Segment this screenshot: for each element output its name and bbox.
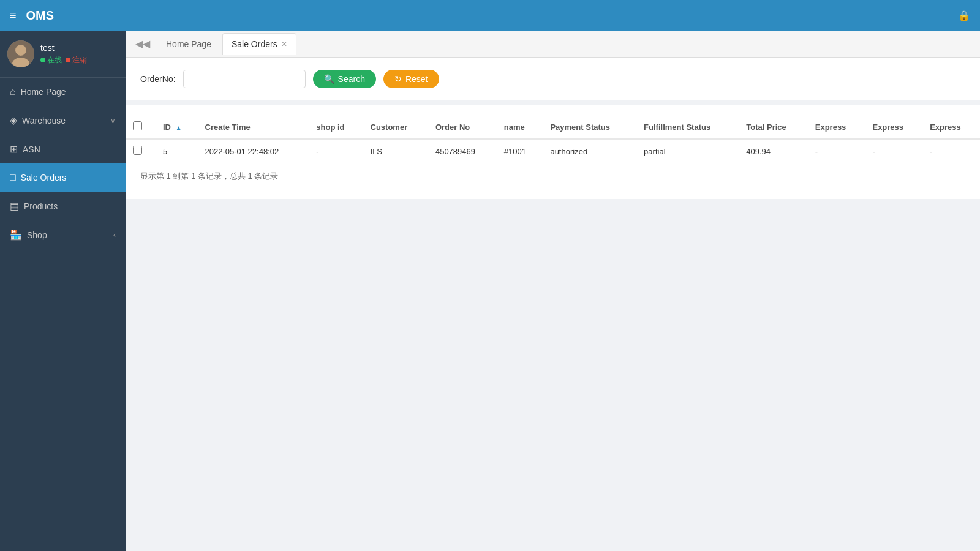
tab-home-page[interactable]: Home Page bbox=[157, 33, 220, 55]
cell-checkbox bbox=[126, 139, 156, 163]
tab-back-button[interactable]: ◀◀ bbox=[130, 34, 155, 53]
sidebar-item-warehouse[interactable]: ◈ Warehouse ∨ bbox=[0, 106, 126, 135]
tab-sale-orders[interactable]: Sale Orders ✕ bbox=[222, 33, 296, 55]
reset-icon: ↻ bbox=[394, 74, 402, 84]
col-express1: Express bbox=[808, 115, 865, 139]
tabs-bar: ◀◀ Home Page Sale Orders ✕ bbox=[126, 31, 980, 58]
status-logout[interactable]: 注销 bbox=[66, 55, 87, 66]
cell-express1: - bbox=[808, 139, 865, 163]
table-row: 5 2022-05-01 22:48:02 - ILS 450789469 #1… bbox=[126, 139, 980, 163]
sidebar-item-sale-orders[interactable]: □ Sale Orders bbox=[0, 163, 126, 192]
top-bar-left: ≡ OMS bbox=[10, 9, 54, 23]
cell-payment-status: authorized bbox=[543, 139, 636, 163]
sidebar-item-label-shop: Shop bbox=[27, 230, 47, 240]
sidebar-item-shop[interactable]: 🏪 Shop ‹ bbox=[0, 220, 126, 249]
svg-point-1 bbox=[15, 45, 26, 56]
cell-fulfillment-status: partial bbox=[636, 139, 739, 163]
sidebar-item-label-warehouse: Warehouse bbox=[22, 116, 66, 126]
cell-total-price: 409.94 bbox=[739, 139, 807, 163]
status-online: 在线 bbox=[40, 55, 62, 66]
cell-shop-id: - bbox=[309, 139, 363, 163]
sidebar-item-label-asn: ASN bbox=[23, 144, 40, 154]
cell-name: #1001 bbox=[497, 139, 543, 163]
search-button-label: Search bbox=[338, 74, 365, 84]
avatar bbox=[7, 40, 34, 67]
select-all-checkbox[interactable] bbox=[133, 121, 142, 130]
cell-order-no: 450789469 bbox=[428, 139, 497, 163]
sale-orders-icon: □ bbox=[10, 172, 16, 183]
sidebar-item-label-sale-orders: Sale Orders bbox=[21, 173, 67, 182]
sidebar-item-home-page[interactable]: ⌂ Home Page bbox=[0, 78, 126, 106]
sidebar-item-label-products: Products bbox=[24, 201, 58, 211]
tab-home-page-label: Home Page bbox=[166, 39, 211, 49]
tab-close-icon[interactable]: ✕ bbox=[281, 40, 287, 48]
col-id: ID ▲ bbox=[156, 115, 198, 139]
top-bar-right: 🔒 bbox=[958, 10, 970, 21]
shop-icon: 🏪 bbox=[10, 229, 22, 241]
app-title: OMS bbox=[26, 9, 55, 23]
asn-icon: ⊞ bbox=[10, 143, 18, 155]
row-checkbox[interactable] bbox=[133, 146, 142, 155]
user-status: 在线 注销 bbox=[40, 55, 87, 66]
col-create-time: Create Time bbox=[198, 115, 309, 139]
order-no-input[interactable] bbox=[183, 70, 306, 88]
col-id-label: ID bbox=[163, 122, 171, 132]
hamburger-icon[interactable]: ≡ bbox=[10, 9, 17, 22]
online-label: 在线 bbox=[47, 55, 62, 66]
col-express3: Express bbox=[922, 115, 980, 139]
reset-button-label: Reset bbox=[405, 74, 428, 84]
user-profile: test 在线 注销 bbox=[0, 31, 126, 78]
home-icon: ⌂ bbox=[10, 86, 16, 97]
lock-icon: 🔒 bbox=[958, 10, 970, 21]
order-no-label: OrderNo: bbox=[140, 74, 176, 84]
col-checkbox bbox=[126, 115, 156, 139]
cell-customer: ILS bbox=[363, 139, 428, 163]
col-name: name bbox=[497, 115, 543, 139]
chevron-down-icon: ∨ bbox=[110, 116, 116, 125]
orders-table: ID ▲ Create Time shop id Customer Order … bbox=[126, 115, 980, 163]
cell-express3: - bbox=[922, 139, 980, 163]
search-panel: OrderNo: 🔍 Search ↻ Reset bbox=[126, 58, 980, 100]
col-total-price: Total Price bbox=[739, 115, 807, 139]
main-layout: test 在线 注销 ⌂ Home Page bbox=[0, 31, 980, 551]
pagination-info: 显示第 1 到第 1 条记录，总共 1 条记录 bbox=[126, 163, 980, 189]
col-express2: Express bbox=[865, 115, 922, 139]
col-customer: Customer bbox=[363, 115, 428, 139]
sidebar-item-products[interactable]: ▤ Products bbox=[0, 192, 126, 220]
products-icon: ▤ bbox=[10, 200, 19, 212]
sidebar-item-label-home: Home Page bbox=[21, 87, 66, 97]
warehouse-icon: ◈ bbox=[10, 114, 17, 126]
col-order-no: Order No bbox=[428, 115, 497, 139]
page-content: OrderNo: 🔍 Search ↻ Reset bbox=[126, 58, 980, 551]
content-area: ◀◀ Home Page Sale Orders ✕ OrderNo: 🔍 Se… bbox=[126, 31, 980, 551]
online-dot bbox=[40, 58, 45, 62]
sort-icon[interactable]: ▲ bbox=[176, 124, 182, 131]
table-header-row: ID ▲ Create Time shop id Customer Order … bbox=[126, 115, 980, 139]
col-payment-status: Payment Status bbox=[543, 115, 636, 139]
logout-dot bbox=[66, 58, 70, 62]
chevron-left-icon: ‹ bbox=[113, 231, 116, 239]
tab-sale-orders-label: Sale Orders bbox=[232, 39, 277, 49]
col-shop-id: shop id bbox=[309, 115, 363, 139]
col-fulfillment-status: Fulfillment Status bbox=[636, 115, 739, 139]
reset-button[interactable]: ↻ Reset bbox=[383, 70, 439, 88]
cell-create-time: 2022-05-01 22:48:02 bbox=[198, 139, 309, 163]
search-button[interactable]: 🔍 Search bbox=[313, 70, 376, 88]
search-icon: 🔍 bbox=[324, 74, 334, 84]
table-panel: ID ▲ Create Time shop id Customer Order … bbox=[126, 105, 980, 199]
sidebar: test 在线 注销 ⌂ Home Page bbox=[0, 31, 126, 551]
top-bar: ≡ OMS 🔒 bbox=[0, 0, 980, 31]
sidebar-item-asn[interactable]: ⊞ ASN bbox=[0, 135, 126, 163]
user-info: test 在线 注销 bbox=[40, 43, 87, 66]
logout-label: 注销 bbox=[72, 55, 87, 66]
cell-express2: - bbox=[865, 139, 922, 163]
cell-id: 5 bbox=[156, 139, 198, 163]
user-name: test bbox=[40, 43, 87, 53]
